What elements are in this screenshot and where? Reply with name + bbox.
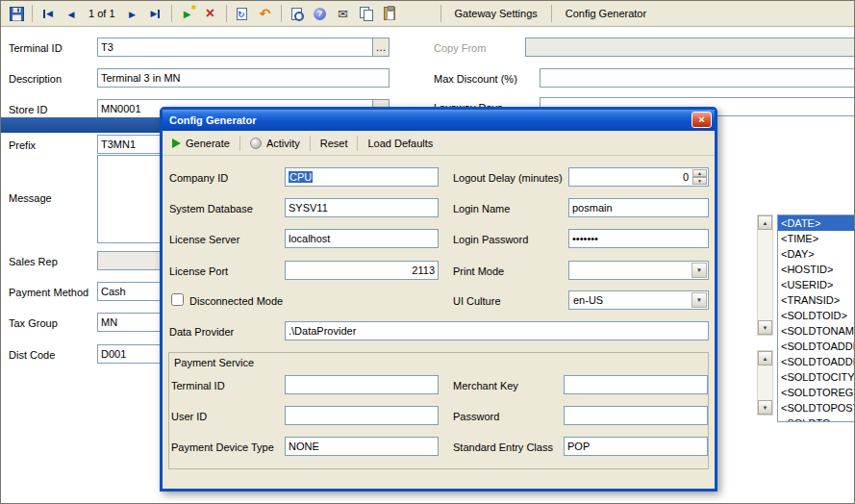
toolbar-separator: [310, 136, 311, 151]
new-record-button[interactable]: [177, 3, 198, 24]
delete-record-icon: [206, 6, 214, 21]
merchant-key-input[interactable]: [564, 375, 708, 394]
previous-record-button[interactable]: [61, 3, 82, 24]
next-record-button[interactable]: [122, 3, 143, 24]
data-provider-label: Data Provider: [169, 325, 234, 339]
terminal-id-label: Terminal ID: [9, 41, 63, 55]
disconnected-mode-checkbox[interactable]: [171, 293, 184, 306]
company-id-label: Company ID: [169, 171, 228, 185]
terminal-id-browse-button[interactable]: …: [372, 38, 390, 57]
spin-down-icon[interactable]: [692, 177, 707, 185]
ui-culture-value: en-US: [573, 294, 603, 306]
token-list-item[interactable]: <HOSTID>: [778, 262, 855, 277]
dialog-body: Generate Activity Reset Load Defaults Co…: [163, 131, 715, 489]
footer-scrollbar[interactable]: [757, 350, 773, 416]
token-list-item[interactable]: <SOLDTOREGION: [778, 385, 855, 400]
token-list: <DATE> <TIME> <DAY> <HOSTID> <USERID> <T…: [777, 214, 855, 422]
logout-delay-label: Logout Delay (minutes): [453, 171, 563, 185]
ui-culture-combo[interactable]: en-US: [568, 290, 709, 310]
copy-button[interactable]: [356, 3, 377, 24]
payment-device-type-input[interactable]: [285, 437, 439, 456]
close-icon[interactable]: [692, 112, 712, 128]
license-port-input[interactable]: [285, 261, 439, 280]
print-mode-combo[interactable]: [568, 261, 709, 280]
new-record-icon: [184, 9, 191, 19]
data-provider-input[interactable]: [285, 321, 709, 340]
mail-icon: [338, 7, 348, 21]
tax-group-label: Tax Group: [9, 316, 58, 330]
previous-record-icon: [68, 8, 75, 19]
save-button[interactable]: [6, 3, 27, 24]
mail-button[interactable]: [333, 3, 354, 24]
token-list-item[interactable]: <DATE>: [778, 215, 855, 231]
license-server-input[interactable]: [285, 229, 439, 248]
login-name-label: Login Name: [453, 202, 510, 215]
first-record-button[interactable]: [38, 3, 59, 24]
dropdown-arrow-icon[interactable]: [692, 292, 707, 308]
copy-icon: [360, 7, 373, 20]
toolbar-separator: [281, 5, 282, 22]
delete-record-button[interactable]: [200, 3, 221, 24]
generate-button[interactable]: Generate: [168, 136, 234, 151]
activity-label: Activity: [266, 138, 300, 149]
license-server-label: License Server: [169, 233, 239, 246]
scroll-down-icon[interactable]: [758, 320, 772, 335]
gateway-settings-button[interactable]: Gateway Settings: [446, 5, 546, 22]
toolbar-separator: [551, 5, 552, 22]
reset-button[interactable]: Reset: [316, 136, 352, 151]
print-preview-icon: [291, 8, 302, 20]
token-list-item[interactable]: <SOLDTOID>: [778, 308, 855, 323]
undo-button[interactable]: [255, 3, 276, 24]
token-list-item[interactable]: <USERID>: [778, 277, 855, 292]
ps-password-label: Password: [453, 410, 499, 423]
scroll-up-icon[interactable]: [758, 351, 772, 365]
token-list-item[interactable]: <SOLDTONAME>: [778, 323, 855, 339]
ps-user-id-input[interactable]: [285, 406, 439, 425]
toolbar-separator: [239, 136, 240, 151]
token-list-item[interactable]: <SOLDTO: [778, 416, 855, 422]
config-generator-button[interactable]: Config Generator: [557, 5, 655, 22]
help-icon: [314, 8, 326, 20]
dialog-title-bar[interactable]: Config Generator: [163, 110, 715, 131]
paste-button[interactable]: [379, 3, 400, 24]
disconnected-mode-label: Disconnected Mode: [189, 294, 283, 308]
description-input[interactable]: [97, 68, 390, 88]
refresh-button[interactable]: [232, 3, 253, 24]
token-list-item[interactable]: <SOLDTOADDRES: [778, 354, 855, 369]
company-id-value: CPU: [289, 171, 313, 183]
login-password-input[interactable]: [568, 229, 709, 248]
max-discount-label: Max Discount (%): [434, 72, 517, 86]
max-discount-input[interactable]: [540, 68, 855, 88]
terminal-id-input[interactable]: [97, 38, 373, 57]
last-record-button[interactable]: [145, 3, 166, 24]
token-list-item[interactable]: <TRANSID>: [778, 292, 855, 308]
activity-button[interactable]: Activity: [246, 136, 304, 151]
token-list-item[interactable]: <SOLDTOCITY>: [778, 369, 855, 385]
token-list-item[interactable]: <DAY>: [778, 246, 855, 262]
paste-icon: [384, 7, 395, 20]
help-button[interactable]: [310, 3, 331, 24]
ps-terminal-id-label: Terminal ID: [171, 379, 225, 392]
message-scrollbar[interactable]: [757, 214, 773, 336]
scroll-down-icon[interactable]: [758, 400, 772, 415]
dropdown-arrow-icon[interactable]: [692, 263, 707, 278]
system-database-input[interactable]: [285, 198, 439, 217]
first-record-icon: [43, 9, 53, 18]
token-list-item[interactable]: <SOLDTOPOSTAL: [778, 400, 855, 416]
spin-up-icon[interactable]: [692, 169, 707, 177]
token-list-item[interactable]: <SOLDTOADDRES: [778, 339, 855, 354]
ps-password-input[interactable]: [564, 406, 708, 425]
logout-delay-input[interactable]: [569, 168, 692, 186]
standard-entry-class-input[interactable]: [564, 437, 708, 456]
load-defaults-button[interactable]: Load Defaults: [364, 136, 437, 151]
login-name-input[interactable]: [568, 198, 709, 217]
print-preview-button[interactable]: [287, 3, 308, 24]
ps-terminal-id-input[interactable]: [285, 375, 439, 394]
copy-from-label: Copy From: [434, 41, 486, 55]
token-list-item[interactable]: <TIME>: [778, 231, 855, 246]
last-record-icon: [151, 9, 161, 18]
activity-icon: [250, 138, 262, 149]
merchant-key-label: Merchant Key: [453, 379, 518, 392]
scroll-up-icon[interactable]: [758, 215, 772, 230]
company-id-input[interactable]: CPU: [285, 167, 439, 187]
